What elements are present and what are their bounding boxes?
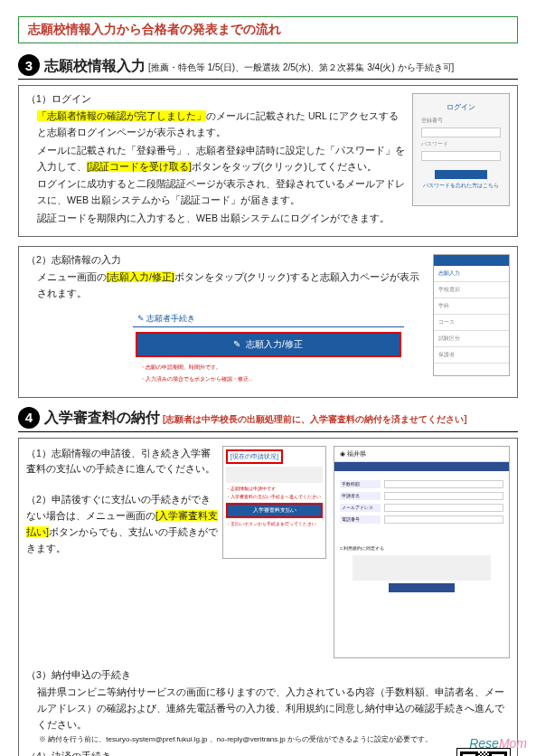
flow-header-text: 志願校情報入力から合格者の発表までの流れ — [28, 22, 508, 38]
page: 志願校情報入力から合格者の発表までの流れ 3 志願校情報入力 [推薦・特色等 1… — [0, 0, 536, 756]
section-4-box: [現在の申請状況] ・志願情報は申請中です ・入学審査料の支払い手続きへ進んでく… — [18, 438, 518, 756]
mock-item: 保護者 — [434, 347, 509, 364]
left-column: [現在の申請状況] ・志願情報は申請中です ・入学審査料の支払い手続きへ進んでく… — [26, 446, 326, 658]
divider — [18, 79, 518, 80]
mock-input — [421, 151, 501, 161]
highlight: [志願入力/修正] — [107, 271, 174, 282]
menu-screenshot-mock: 志願入力 学校選択 学科 コース 試験区分 保護者 — [433, 254, 510, 376]
mock-item: 試験区分 — [434, 331, 509, 347]
procedure-note: ・入力済みの場合でもボタンから確認・修正... — [133, 373, 404, 385]
mock-label: パスワード — [417, 140, 505, 148]
body-text: 認証コードを期限内に入力すると、WEB 出願システムにログインができます。 — [26, 211, 510, 227]
watermark-logo: ReseMom — [469, 736, 527, 751]
section-3-title: 志願校情報入力 — [44, 57, 146, 76]
mock-item: コース — [434, 315, 509, 331]
divider — [18, 431, 518, 432]
flow-header-box: 志願校情報入力から合格者の発表までの流れ — [18, 16, 518, 43]
procedure-header: 志願者手続き — [133, 311, 404, 327]
mock-box — [226, 467, 323, 483]
step-badge-3: 3 — [18, 54, 40, 76]
highlight: 「志願者情報の確認が完了しました」 — [37, 110, 206, 121]
mock-item: 志願入力 — [434, 266, 509, 282]
mock-header — [434, 255, 509, 266]
step-label: （4）決済の手続き — [26, 749, 510, 756]
note-text: ※ 納付を行う前に、tesuryo-system@pref.fukui.lg.j… — [39, 735, 510, 744]
section-3-box-1: ログイン 登録番号 パスワード パスワードを忘れた方はこちら （1）ログイン 「… — [18, 85, 518, 237]
mock-row: 申請者名 — [334, 490, 509, 502]
mock-row: メールアドレス — [334, 502, 509, 514]
body-text: 福井県コンビニ等納付サービスの画面に移りますので、入力されている内容（手数料額、… — [26, 685, 510, 733]
payment-form-mock: ◉ 福井県 手数料額 申請者名 メールアドレス 電話番号 □ 利用規約に同意する — [334, 446, 510, 658]
section-4-subtitle: [志願者は中学校長の出願処理前に、入学審査料の納付を済ませてください] — [163, 413, 467, 426]
mock-item: 学校選択 — [434, 282, 509, 298]
procedure-box: 志願者手続き ✎志願入力/修正 ・志願の申請期間、時間外です。 ・入力済みの場合… — [133, 311, 404, 385]
procedure-note: ・志願の申請期間、時間外です。 — [133, 362, 404, 373]
mock-login-title: ログイン — [417, 102, 505, 112]
mock-row: 電話番号 — [334, 514, 509, 525]
mock-button — [435, 170, 487, 179]
mock-logo: ◉ 福井県 — [334, 447, 509, 462]
login-screenshot-mock: ログイン 登録番号 パスワード パスワードを忘れた方はこちら — [412, 93, 510, 206]
mock-submit — [389, 583, 455, 592]
section-3-title-row: 3 志願校情報入力 [推薦・特色等 1/5(日)、一般選抜 2/5(水)、第２次… — [18, 54, 518, 76]
mock-pay-button: 入学審査料支払い — [226, 503, 323, 518]
mock-label: 登録番号 — [417, 117, 505, 125]
mock-status-header: [現在の申請状況] — [226, 449, 283, 464]
highlight: [認証コードを受け取る] — [87, 161, 192, 172]
step-label: （3）納付申込の手続き — [26, 667, 510, 684]
mock-link: パスワードを忘れた方はこちら — [417, 182, 505, 190]
mock-note: ・志願情報は申請中です — [226, 486, 323, 492]
mock-note: ・入学審査料の支払い手続きへ進んでください — [226, 494, 323, 500]
mock-checkbox: □ 利用規約に同意する — [334, 543, 509, 553]
right-column: ◉ 福井県 手数料額 申請者名 メールアドレス 電話番号 □ 利用規約に同意する — [334, 446, 510, 658]
mock-input — [421, 128, 501, 137]
section-3-subtitle: [推薦・特色等 1/5(日)、一般選抜 2/5(水)、第２次募集 3/4(火) … — [148, 61, 454, 74]
step-badge-4: 4 — [18, 407, 40, 429]
section-3-box-2: 志願入力 学校選択 学科 コース 試験区分 保護者 （2）志願情報の入力 メニュ… — [18, 246, 518, 398]
mock-note: ・支払いボタンから手続きを行ってください — [226, 521, 323, 527]
mock-nav — [334, 462, 509, 471]
two-column: [現在の申請状況] ・志願情報は申請中です ・入学審査料の支払い手続きへ進んでく… — [26, 446, 510, 658]
procedure-button-highlighted: ✎志願入力/修正 — [136, 332, 401, 357]
mock-row: 手数料額 — [334, 478, 509, 490]
section-4-title: 入学審査料の納付 — [44, 409, 160, 428]
mock-captcha — [353, 555, 491, 581]
section-4-title-row: 4 入学審査料の納付 [志願者は中学校長の出願処理前に、入学審査料の納付を済ませ… — [18, 407, 518, 429]
status-screenshot-mock: [現在の申請状況] ・志願情報は申請中です ・入学審査料の支払い手続きへ進んでく… — [222, 446, 326, 559]
mock-item: 学科 — [434, 298, 509, 315]
